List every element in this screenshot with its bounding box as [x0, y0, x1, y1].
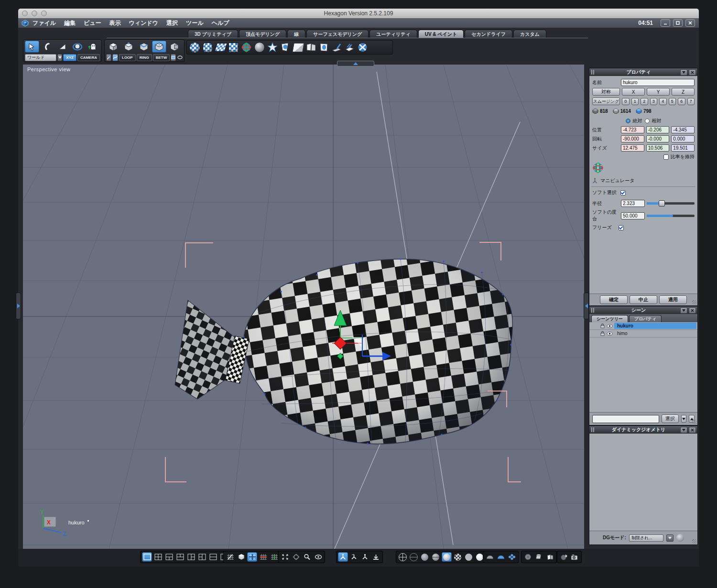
- cancel-button[interactable]: 中止: [630, 295, 657, 304]
- smoothing-level-2[interactable]: 2: [641, 98, 648, 105]
- panel-close-icon[interactable]: [689, 427, 696, 433]
- panel-grip-icon[interactable]: [591, 70, 595, 75]
- smoothing-level-7[interactable]: 7: [687, 98, 695, 105]
- uv-sew-icon[interactable]: [317, 41, 330, 54]
- scene-item-name[interactable]: hukuro: [614, 323, 696, 329]
- light-fan-icon[interactable]: [507, 552, 517, 562]
- tab-3d-primitives[interactable]: 3D プリミティブ: [188, 30, 238, 38]
- axis-z-button[interactable]: Z: [672, 88, 695, 96]
- scene-panel-header[interactable]: シーン: [589, 306, 697, 314]
- menu-display[interactable]: 表示: [109, 19, 121, 27]
- uv-cube-projection-icon[interactable]: [227, 41, 240, 54]
- scene-item-hukuro[interactable]: hukuro: [589, 322, 697, 330]
- softness-input[interactable]: [621, 212, 645, 219]
- xyz-toggle-button[interactable]: XYZ: [63, 54, 76, 61]
- curve-select-icon[interactable]: [112, 54, 118, 61]
- smoothing-level-1[interactable]: 1: [631, 98, 639, 105]
- panel-menu-icon[interactable]: [680, 307, 687, 314]
- rotate-mode-icon[interactable]: [349, 552, 359, 562]
- object-mode-icon[interactable]: [106, 41, 120, 53]
- cylinder-icon[interactable]: [534, 552, 544, 562]
- scene-item-himo[interactable]: himo: [589, 330, 697, 338]
- select-arrow-tool[interactable]: [25, 41, 39, 53]
- apply-button[interactable]: 適用: [659, 295, 687, 304]
- model-hukuro[interactable]: [175, 258, 512, 445]
- face-select-tool[interactable]: [55, 41, 70, 53]
- grid-snap-icon[interactable]: [225, 552, 235, 562]
- menu-file[interactable]: ファイル: [33, 19, 56, 27]
- dg-panel-header[interactable]: ダイナミックジオメトリ: [589, 426, 697, 434]
- smoothing-level-0[interactable]: 0: [622, 98, 630, 105]
- panel-grip-icon[interactable]: [591, 308, 595, 313]
- size-y-field[interactable]: 10.506: [646, 144, 670, 152]
- absolute-radio[interactable]: [626, 119, 630, 123]
- sphere-select-tool[interactable]: [70, 41, 85, 53]
- perspective-viewport[interactable]: Y X Z Perspective view hukuro: [23, 65, 584, 549]
- panel-grip-icon[interactable]: [591, 427, 595, 432]
- minimize-button[interactable]: [661, 19, 670, 27]
- drop-tool-icon[interactable]: [371, 552, 381, 562]
- layout-quad-icon[interactable]: [153, 552, 163, 562]
- ring-button[interactable]: RING: [137, 54, 152, 61]
- uv-spherical-mapping-icon[interactable]: [240, 41, 253, 54]
- hidden-line-display-icon[interactable]: [409, 552, 419, 562]
- uv-pin-icon[interactable]: [266, 41, 279, 54]
- wireframe-display-icon[interactable]: [398, 552, 408, 562]
- smooth-shade-display-icon[interactable]: [420, 552, 430, 562]
- lock-icon[interactable]: [600, 323, 605, 328]
- menu-tools[interactable]: ツール: [186, 19, 204, 27]
- layout-bottom-wide-icon[interactable]: [175, 552, 185, 562]
- scene-select-button[interactable]: 選択: [662, 414, 679, 423]
- tab-uv-paint[interactable]: UV & ペイント: [418, 30, 464, 38]
- panel-close-icon[interactable]: [689, 307, 696, 314]
- flat-display-icon[interactable]: [464, 552, 474, 562]
- softness-slider[interactable]: [647, 215, 695, 217]
- tab-surface-modeling[interactable]: サーフェスモデリング: [306, 30, 369, 38]
- planes-icon[interactable]: [545, 552, 555, 562]
- scale-mode-icon[interactable]: [360, 552, 370, 562]
- panel-close-icon[interactable]: [689, 69, 696, 76]
- space-mode-dropdown-arrow[interactable]: [57, 54, 63, 61]
- checker-display-icon[interactable]: [453, 552, 463, 562]
- layout-right-tall-icon[interactable]: [197, 552, 207, 562]
- rect-marquee-icon[interactable]: [171, 54, 176, 61]
- scene-tree-tab[interactable]: シーンツリー: [591, 315, 628, 322]
- menu-window[interactable]: ウィンドウ: [129, 19, 158, 27]
- move-down-button[interactable]: [681, 415, 687, 423]
- panel-menu-icon[interactable]: [680, 427, 687, 433]
- smoothing-level-3[interactable]: 3: [650, 98, 658, 105]
- paint-brush-icon[interactable]: [330, 41, 343, 54]
- tab-vertex-modeling[interactable]: 頂点モデリング: [239, 30, 286, 38]
- smoothing-level-5[interactable]: 5: [669, 98, 676, 105]
- keep-ratio-checkbox[interactable]: [663, 154, 669, 160]
- zoom-icon[interactable]: [302, 552, 312, 562]
- grid-yz-snap-icon[interactable]: [269, 552, 279, 562]
- world-globe-icon[interactable]: [592, 162, 604, 174]
- name-input[interactable]: [621, 79, 695, 86]
- uv-cylinder-projection-icon[interactable]: [201, 41, 214, 54]
- edge-mode-icon[interactable]: [137, 41, 151, 53]
- fit-view-icon[interactable]: [280, 552, 290, 562]
- smoothing-level-6[interactable]: 6: [678, 98, 685, 105]
- uv-unwrap-icon[interactable]: [279, 41, 292, 54]
- camera-icon[interactable]: [570, 552, 580, 562]
- layout-left-tall-icon[interactable]: [186, 552, 196, 562]
- faceted-sphere-icon[interactable]: [523, 552, 533, 562]
- tab-lines[interactable]: 線: [287, 30, 305, 38]
- properties-panel-header[interactable]: プロパティ: [589, 68, 697, 76]
- freeze-checkbox[interactable]: [619, 225, 624, 230]
- rotation-x-field[interactable]: -90.000: [621, 135, 644, 142]
- menu-view[interactable]: ビュー: [84, 19, 101, 27]
- menu-select[interactable]: 選択: [166, 19, 178, 27]
- multi-mode-icon[interactable]: [167, 41, 182, 53]
- grid-xz-snap-icon[interactable]: [258, 552, 268, 562]
- maximize-button[interactable]: [673, 19, 683, 27]
- uv-texture-wrap-icon[interactable]: [356, 41, 369, 54]
- position-z-field[interactable]: -4.345: [671, 126, 695, 133]
- radius-input[interactable]: [621, 200, 645, 207]
- soft-selection-checkbox[interactable]: [620, 190, 626, 196]
- uv-sphere-projection-icon[interactable]: [188, 41, 201, 54]
- panel-resize-grip[interactable]: [692, 539, 696, 544]
- tab-second-life[interactable]: セカンドライフ: [465, 30, 512, 38]
- size-x-field[interactable]: 12.475: [621, 144, 644, 152]
